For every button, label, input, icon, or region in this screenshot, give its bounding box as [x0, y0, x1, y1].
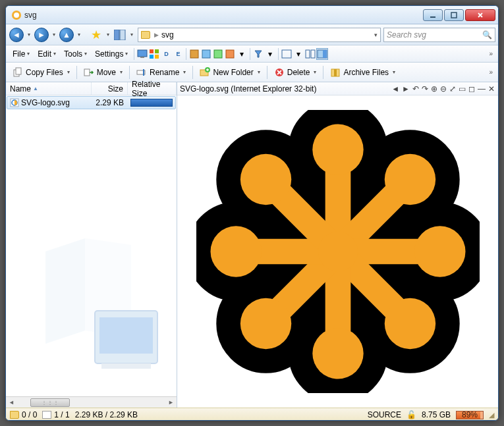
address-dropdown[interactable]: ▾: [374, 32, 378, 38]
preview-forward-icon[interactable]: ►: [401, 84, 410, 93]
svg-rect-3: [451, 13, 457, 18]
path-segment[interactable]: svg: [161, 30, 174, 40]
resize-grip-icon[interactable]: ◢: [489, 411, 494, 419]
view-dual-pane-icon[interactable]: [304, 48, 316, 60]
file-row[interactable]: SVG-logo.svg 2.29 KB: [7, 96, 176, 109]
svg-rect-18: [311, 50, 315, 58]
tool-view3-icon[interactable]: [212, 48, 224, 60]
svg-rect-34: [99, 317, 153, 354]
file-list[interactable]: SVG-logo.svg 2.29 KB: [6, 95, 177, 396]
svg-rect-35: [101, 363, 151, 369]
svg-rect-15: [226, 50, 234, 58]
scroll-thumb[interactable]: ⋮⋮⋮: [30, 398, 70, 407]
tool-drive-d[interactable]: D: [160, 48, 172, 60]
tool-desktop-icon[interactable]: [136, 48, 148, 60]
menu-settings[interactable]: Settings▾: [91, 47, 132, 61]
svg-point-1: [14, 13, 19, 18]
background-folder-icon: [32, 232, 164, 377]
column-size[interactable]: Size: [92, 82, 128, 95]
rename-button[interactable]: Rename▾: [132, 65, 190, 80]
preview-rotate-left-icon[interactable]: ↶: [412, 84, 420, 93]
move-button[interactable]: Move▾: [80, 65, 126, 80]
forward-button[interactable]: ►: [34, 27, 49, 43]
svg-rect-12: [190, 50, 198, 58]
move-icon: [84, 67, 94, 78]
favorites-button[interactable]: ★: [89, 28, 103, 42]
tool-filter-drop[interactable]: ▾: [264, 48, 276, 60]
copy-files-button[interactable]: Copy Files▾: [9, 65, 74, 80]
tool-filter-icon[interactable]: [252, 48, 264, 60]
forward-history-dropdown[interactable]: ▾: [51, 32, 57, 38]
preview-pane: SVG-logo.svg (Internet Explorer 32-bit) …: [177, 82, 498, 408]
rename-icon: [136, 67, 147, 78]
search-box[interactable]: Search svg 🔍: [383, 28, 495, 42]
file-name: SVG-logo.svg: [21, 98, 70, 107]
column-relative-size[interactable]: Relative Size: [128, 82, 177, 95]
tool-windows-icon[interactable]: [148, 48, 160, 60]
app-icon: [11, 10, 22, 20]
disk-usage-gauge: 89%: [456, 411, 484, 419]
scroll-left-icon[interactable]: ◄: [6, 399, 17, 406]
preview-rotate-right-icon[interactable]: ↷: [421, 84, 429, 93]
panels-button[interactable]: [113, 28, 127, 42]
preview-zoom-out-icon[interactable]: ⊖: [439, 84, 447, 93]
sort-asc-icon: ▲: [33, 86, 38, 92]
actionbar-overflow-icon[interactable]: »: [486, 68, 495, 76]
preview-fit-icon[interactable]: ⤢: [449, 84, 457, 93]
preview-zoom-in-icon[interactable]: ⊕: [430, 84, 438, 93]
address-bar[interactable]: ▶ svg ▾: [138, 28, 381, 42]
action-bar: Copy Files▾ Move▾ Rename▾ New Folder▾ De…: [6, 63, 498, 82]
svg-rect-30: [334, 69, 337, 76]
horizontal-scrollbar[interactable]: ◄ ⋮⋮⋮ ►: [6, 396, 177, 408]
delete-icon: [274, 67, 285, 78]
tool-view2-icon[interactable]: [200, 48, 212, 60]
back-history-dropdown[interactable]: ▾: [26, 32, 32, 38]
tool-drive-e[interactable]: E: [172, 48, 184, 60]
up-button[interactable]: ▲: [59, 27, 74, 43]
panels-dropdown[interactable]: ▾: [128, 32, 135, 38]
tool-view1-icon[interactable]: [188, 48, 200, 60]
view-single-pane-drop[interactable]: ▾: [293, 48, 304, 60]
maximize-button[interactable]: [444, 9, 464, 21]
menu-tools[interactable]: Tools▾: [60, 47, 91, 61]
preview-minimize-icon[interactable]: —: [477, 84, 486, 93]
nav-bar: ◄ ▾ ► ▾ ▲ ▾ ★ ▾ ▾ ▶ svg ▾ Search svg 🔍: [6, 24, 498, 45]
scroll-right-icon[interactable]: ►: [165, 399, 177, 406]
preview-header: SVG-logo.svg (Internet Explorer 32-bit) …: [177, 82, 498, 95]
svg-rect-17: [306, 50, 310, 58]
view-single-pane-icon[interactable]: [281, 48, 293, 60]
tool-view4-icon[interactable]: [224, 48, 236, 60]
body: Name▲ Size Relative Size SVG-logo.svg 2.…: [6, 82, 498, 408]
preview-fullscreen2-icon[interactable]: ◻: [468, 84, 476, 93]
search-placeholder: Search svg: [387, 30, 426, 40]
svg-rect-9: [155, 49, 159, 53]
menu-edit[interactable]: Edit▾: [34, 47, 60, 61]
menu-file[interactable]: File▾: [9, 47, 34, 61]
tool-view4-drop[interactable]: ▾: [236, 48, 248, 60]
close-button[interactable]: [465, 9, 495, 21]
window-controls: [422, 9, 495, 21]
column-name[interactable]: Name▲: [6, 82, 92, 95]
lock-icon: 🔓: [406, 410, 416, 419]
status-files: 1 / 1: [42, 410, 69, 419]
new-folder-button[interactable]: New Folder▾: [196, 65, 264, 80]
preview-fullscreen-icon[interactable]: ▭: [458, 84, 466, 93]
file-pane: Name▲ Size Relative Size SVG-logo.svg 2.…: [6, 82, 177, 408]
archive-button[interactable]: Archive Files▾: [326, 65, 399, 80]
toolbar-overflow-icon[interactable]: »: [486, 50, 495, 57]
folder-icon: [10, 411, 19, 419]
minimize-button[interactable]: [423, 9, 443, 21]
favorites-dropdown[interactable]: ▾: [105, 32, 111, 38]
view-preview-pane-icon[interactable]: [316, 48, 328, 60]
back-button[interactable]: ◄: [9, 27, 24, 43]
up-history-dropdown[interactable]: ▾: [76, 32, 82, 38]
file-icon: [42, 411, 51, 419]
preview-close-icon[interactable]: ✕: [488, 84, 495, 93]
app-window: svg ◄ ▾ ► ▾ ▲ ▾ ★ ▾ ▾ ▶ svg ▾ Search svg…: [5, 5, 499, 421]
svg-rect-4: [114, 30, 119, 40]
search-icon[interactable]: 🔍: [482, 30, 492, 40]
svg-rect-20: [323, 50, 327, 58]
delete-button[interactable]: Delete▾: [270, 65, 321, 80]
svg-rect-23: [84, 69, 90, 76]
preview-back-icon[interactable]: ◄: [391, 84, 400, 93]
